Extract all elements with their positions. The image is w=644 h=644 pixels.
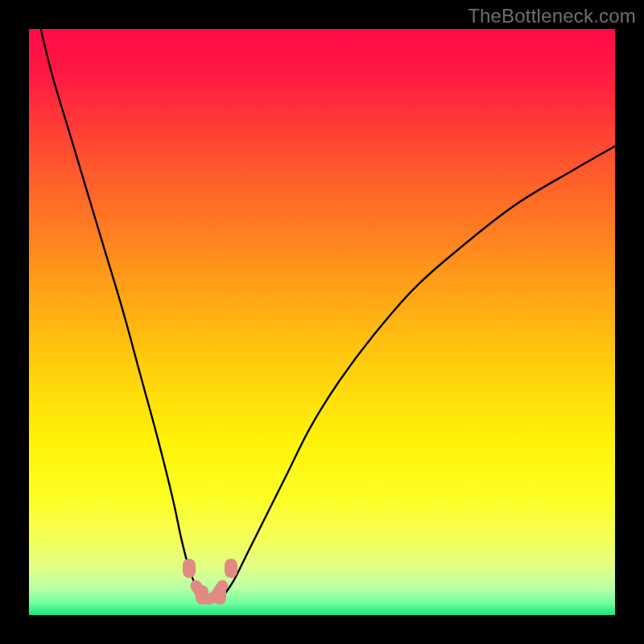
chart-frame: TheBottleneck.com	[0, 0, 644, 644]
watermark-text: TheBottleneck.com	[468, 5, 636, 27]
marker-floor-right	[213, 585, 226, 605]
marker-left	[183, 559, 196, 578]
right-curve	[222, 147, 615, 598]
left-curve	[41, 29, 205, 597]
curve-layer	[29, 29, 615, 615]
marker-right	[225, 559, 237, 578]
plot-area	[29, 29, 615, 615]
marker-floor-left	[196, 585, 208, 605]
